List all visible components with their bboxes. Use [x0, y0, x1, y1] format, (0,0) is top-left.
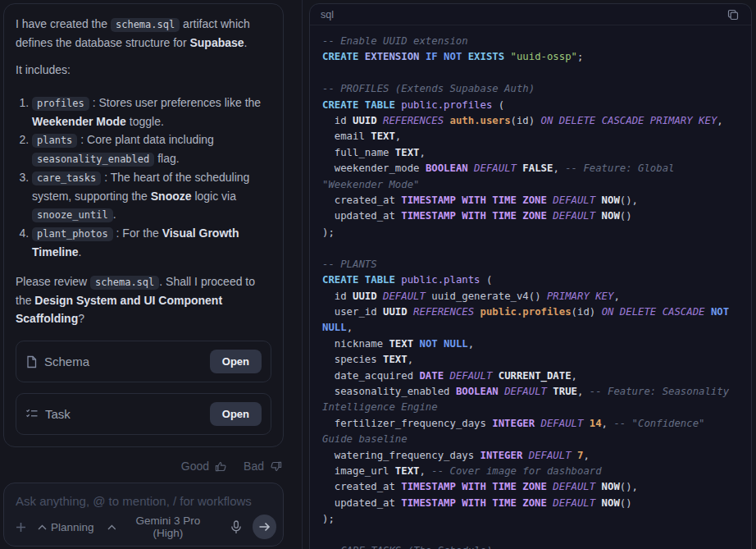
chevron-up-icon [107, 524, 116, 530]
panel-divider [302, 0, 303, 549]
checklist-icon [25, 408, 39, 420]
feedback-row: Good Bad [3, 460, 284, 473]
artifact-card-task[interactable]: Task Open [16, 393, 271, 435]
composer-toolbar: Planning Gemini 3 Pro (High) [4, 515, 283, 539]
inline-code: plants [32, 134, 77, 148]
model-selector[interactable]: Gemini 3 Pro (High) [102, 512, 221, 542]
open-schema-button[interactable]: Open [210, 350, 262, 373]
artifact-card-schema[interactable]: Schema Open [16, 341, 271, 382]
feedback-bad-button[interactable]: Bad [244, 460, 282, 473]
mode-selector[interactable]: Planning [33, 519, 99, 536]
feedback-good-button[interactable]: Good [181, 460, 227, 473]
list-item: plants : Core plant data including seaso… [32, 130, 271, 168]
add-context-button[interactable] [12, 519, 30, 536]
code-panel-header: sql [310, 4, 751, 25]
message-paragraph: Please review schema.sql. Shall I procee… [16, 272, 271, 327]
artifact-card-label: Schema [25, 353, 89, 371]
list-item: care_tasks : The heart of the scheduling… [32, 168, 271, 224]
assistant-message: I have created the schema.sql artifact w… [3, 3, 284, 447]
inline-code: schema.sql [90, 276, 159, 290]
code-language-label: sql [321, 9, 334, 21]
inline-code: seasonality_enabled [32, 153, 154, 167]
sql-code: -- Enable UUID extension CREATE EXTENSIO… [310, 25, 751, 549]
open-task-button[interactable]: Open [210, 402, 262, 426]
file-icon [25, 355, 38, 368]
code-panel: sql -- Enable UUID extension CREATE EXTE… [309, 3, 752, 549]
message-paragraph: I have created the schema.sql artifact w… [16, 15, 271, 52]
message-paragraph: It includes: [16, 61, 271, 79]
thumbs-up-icon [215, 460, 227, 473]
thumbs-down-icon [270, 460, 282, 473]
copy-icon [727, 9, 739, 21]
inline-code: schema.sql [111, 18, 180, 32]
arrow-right-icon [258, 522, 271, 532]
inline-code: snooze_until [32, 208, 113, 222]
send-button[interactable] [253, 515, 276, 539]
composer: Planning Gemini 3 Pro (High) [3, 483, 284, 547]
list-item: plant_photos : For the Visual Growth Tim… [32, 224, 271, 261]
inline-code: plant_photos [32, 227, 113, 241]
artifact-cards: Schema Open Task Open [16, 341, 271, 435]
composer-input[interactable] [4, 483, 283, 508]
list-item: profiles : Stores user preferences like … [32, 94, 271, 130]
microphone-icon [230, 520, 242, 534]
mic-button[interactable] [228, 518, 244, 537]
message-list: profiles : Stores user preferences like … [16, 94, 271, 261]
plus-icon [15, 521, 27, 533]
chat-column: I have created the schema.sql artifact w… [3, 3, 284, 473]
chevron-up-icon [38, 524, 47, 530]
copy-button[interactable] [726, 7, 740, 22]
inline-code: care_tasks [32, 172, 101, 185]
inline-code: profiles [32, 97, 89, 111]
artifact-card-label: Task [25, 405, 71, 423]
